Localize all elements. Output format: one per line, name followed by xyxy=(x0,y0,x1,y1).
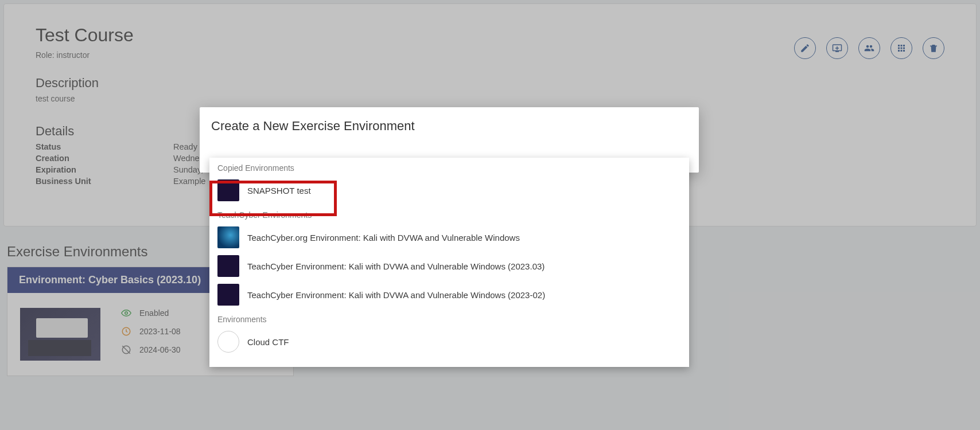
dropdown-item-label: TeachCyber.org Environment: Kali with DV… xyxy=(247,233,520,243)
dropdown-item[interactable]: TeachCyber Environment: Kali with DVWA a… xyxy=(209,252,689,280)
dropdown-group-label: Environments xyxy=(209,309,689,327)
dropdown-item[interactable]: TeachCyber.org Environment: Kali with DV… xyxy=(209,223,689,252)
dropdown-item-label: TeachCyber Environment: Kali with DVWA a… xyxy=(247,261,545,271)
environment-dropdown-panel: Copied EnvironmentsSNAPSHOT testTeachCyb… xyxy=(209,158,689,367)
dropdown-item-thumbnail xyxy=(217,255,239,277)
dropdown-item[interactable]: Cloud CTF xyxy=(209,327,689,356)
dropdown-item-thumbnail xyxy=(217,179,239,201)
dropdown-item[interactable]: SNAPSHOT test xyxy=(209,176,689,205)
dropdown-item-thumbnail xyxy=(217,331,239,353)
modal-title: Create a New Exercise Environment xyxy=(211,119,687,134)
dropdown-item-thumbnail xyxy=(217,226,239,248)
dropdown-group-label: Copied Environments xyxy=(209,158,689,176)
dropdown-item-label: Cloud CTF xyxy=(247,337,289,347)
dropdown-group-label: TeachCyber Environments xyxy=(209,205,689,223)
dropdown-item-thumbnail xyxy=(217,284,239,306)
dropdown-scroll[interactable]: Copied EnvironmentsSNAPSHOT testTeachCyb… xyxy=(209,158,689,367)
dropdown-item[interactable]: TeachCyber Environment: Kali with DVWA a… xyxy=(209,280,689,309)
dropdown-item-label: TeachCyber Environment: Kali with DVWA a… xyxy=(247,290,545,300)
dropdown-item-label: SNAPSHOT test xyxy=(247,186,311,196)
